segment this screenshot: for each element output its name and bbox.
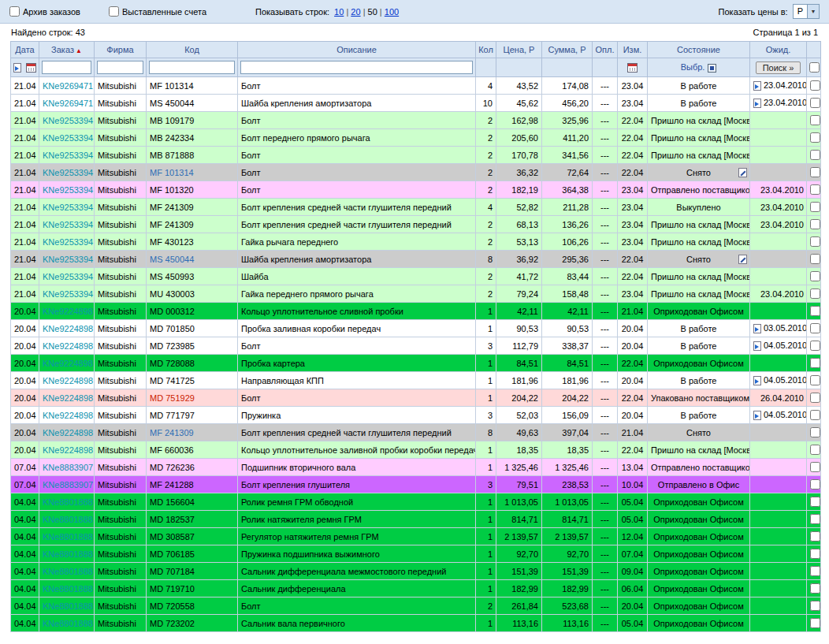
select-all-checkbox[interactable] — [809, 62, 820, 73]
col-header-qty[interactable]: Кол — [476, 42, 496, 58]
order-link[interactable]: KNe9253394 — [43, 255, 93, 264]
order-link[interactable]: KNe8801888 — [43, 497, 93, 507]
order-link[interactable]: KNe9224898 — [43, 341, 93, 351]
code-link[interactable]: MF 101314 — [150, 168, 194, 177]
row-checkbox[interactable] — [810, 514, 820, 524]
col-header-sum[interactable]: Сумма, Р — [542, 42, 593, 58]
forward-doc-icon[interactable] — [753, 341, 761, 351]
rows-per-page-option-100[interactable]: 100 — [385, 7, 399, 17]
order-link[interactable]: KNe8883907 — [43, 480, 93, 490]
order-link[interactable]: KNe9253394 — [43, 151, 93, 160]
row-checkbox[interactable] — [810, 462, 820, 472]
col-header-desc[interactable]: Описание — [238, 42, 476, 58]
row-checkbox[interactable] — [810, 549, 820, 559]
row-checkbox[interactable] — [810, 219, 820, 229]
edit-icon[interactable] — [738, 255, 747, 264]
order-link[interactable]: KNe8801888 — [43, 515, 93, 524]
rows-per-page-option-10[interactable]: 10 — [334, 7, 344, 17]
order-link[interactable]: KNe8801888 — [43, 549, 93, 559]
search-button[interactable]: Поиск » — [756, 61, 801, 74]
order-link[interactable]: KNe8801888 — [43, 584, 93, 594]
code-filter-input[interactable] — [149, 61, 235, 74]
invoices-checkbox-group[interactable]: Выставленные счета — [109, 6, 206, 17]
mod-calendar-icon[interactable] — [627, 63, 638, 73]
row-checkbox[interactable] — [810, 202, 820, 212]
order-link[interactable]: KNe9253394 — [43, 185, 93, 195]
forward-doc-icon[interactable] — [753, 81, 761, 91]
code-link[interactable]: MS 450044 — [150, 255, 194, 264]
date-calendar-icon[interactable] — [26, 63, 36, 73]
col-header-order[interactable]: Заказ▲ — [39, 42, 95, 58]
order-link[interactable]: KNe9224898 — [43, 445, 93, 455]
row-checkbox[interactable] — [810, 393, 820, 403]
col-header-code[interactable]: Код — [147, 42, 238, 58]
archive-orders-checkbox[interactable] — [9, 6, 20, 17]
row-checkbox[interactable] — [810, 531, 820, 542]
row-checkbox[interactable] — [810, 341, 820, 351]
order-link[interactable]: KNe8801888 — [43, 619, 93, 628]
order-link[interactable]: KNe9253394 — [43, 168, 93, 177]
row-checkbox[interactable] — [810, 410, 820, 420]
col-header-wait[interactable]: Ожид. — [750, 42, 807, 58]
row-checkbox[interactable] — [810, 427, 820, 437]
order-link[interactable]: KNe9253394 — [43, 289, 93, 299]
edit-icon[interactable] — [738, 168, 747, 177]
firm-filter-input[interactable] — [97, 61, 143, 74]
order-link[interactable]: KNe9224898 — [43, 428, 93, 437]
row-checkbox[interactable] — [810, 306, 820, 316]
row-checkbox[interactable] — [810, 80, 820, 91]
col-header-firm[interactable]: Фирма — [95, 42, 147, 58]
order-link[interactable]: KNe9253394 — [43, 116, 93, 125]
row-checkbox[interactable] — [810, 323, 820, 333]
row-checkbox[interactable] — [810, 236, 820, 247]
row-checkbox[interactable] — [810, 167, 820, 177]
order-link[interactable]: KNe9269471 — [43, 99, 93, 108]
order-link[interactable]: KNe9224898 — [43, 393, 93, 403]
order-link[interactable]: KNe9253394 — [43, 133, 93, 143]
order-link[interactable]: KNe8801888 — [43, 532, 93, 542]
col-header-paid[interactable]: Опл. — [593, 42, 618, 58]
row-checkbox[interactable] — [810, 497, 820, 507]
order-link[interactable]: KNe9269471 — [43, 81, 93, 91]
archive-orders-checkbox-group[interactable]: Архив заказов — [9, 6, 80, 17]
order-link[interactable]: KNe9253394 — [43, 203, 93, 212]
row-checkbox[interactable] — [810, 601, 820, 611]
order-link[interactable]: KNe8801888 — [43, 601, 93, 611]
col-header-price[interactable]: Цена, Р — [496, 42, 542, 58]
state-select-link[interactable]: Выбр. — [681, 62, 705, 72]
state-select-icon[interactable] — [708, 64, 716, 73]
row-checkbox[interactable] — [810, 375, 820, 385]
row-checkbox[interactable] — [810, 254, 820, 264]
row-checkbox[interactable] — [810, 479, 820, 490]
rows-per-page-option-20[interactable]: 20 — [351, 7, 360, 17]
invoices-checkbox[interactable] — [109, 6, 119, 17]
export-list-icon[interactable] — [13, 63, 21, 73]
order-link[interactable]: KNe9253394 — [43, 220, 93, 229]
row-checkbox[interactable] — [810, 132, 820, 143]
forward-doc-icon[interactable] — [753, 411, 761, 420]
row-checkbox[interactable] — [810, 445, 820, 455]
row-checkbox[interactable] — [810, 618, 820, 628]
code-link[interactable]: MF 241309 — [150, 428, 194, 437]
order-link[interactable]: KNe8801888 — [43, 567, 93, 576]
order-filter-input[interactable] — [42, 61, 91, 74]
order-link[interactable]: KNe9224898 — [43, 411, 93, 420]
currency-select[interactable]: Р ▼ — [793, 4, 820, 19]
row-checkbox[interactable] — [810, 288, 820, 299]
order-link[interactable]: KNe9224898 — [43, 307, 93, 316]
row-checkbox[interactable] — [810, 583, 820, 594]
col-header-date[interactable]: Дата — [11, 42, 39, 58]
order-link[interactable]: KNe9253394 — [43, 272, 93, 281]
row-checkbox[interactable] — [810, 184, 820, 195]
order-link[interactable]: KNe9253394 — [43, 237, 93, 247]
order-link[interactable]: KNe8883907 — [43, 463, 93, 472]
row-checkbox[interactable] — [810, 115, 820, 125]
desc-filter-input[interactable] — [240, 61, 473, 74]
forward-doc-icon[interactable] — [753, 376, 761, 385]
row-checkbox[interactable] — [810, 98, 820, 108]
row-checkbox[interactable] — [810, 358, 820, 368]
forward-doc-icon[interactable] — [753, 324, 761, 333]
order-link[interactable]: KNe9224898 — [43, 359, 93, 368]
forward-doc-icon[interactable] — [753, 99, 761, 108]
col-header-mod[interactable]: Изм. — [618, 42, 648, 58]
